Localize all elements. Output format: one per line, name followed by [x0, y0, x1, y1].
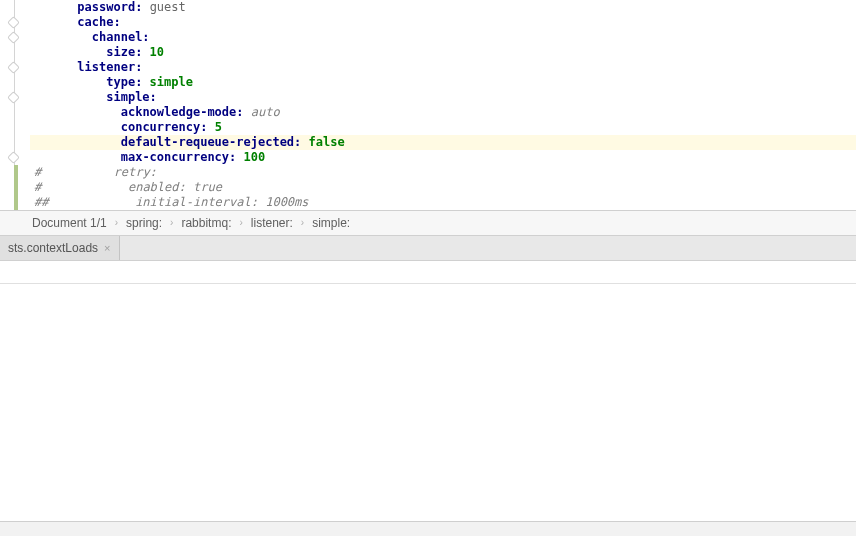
code-line[interactable]: # enabled: true [30, 180, 856, 195]
breadcrumb-item[interactable]: listener: [251, 211, 293, 235]
breadcrumb-item[interactable]: rabbitmq: [181, 211, 231, 235]
status-bar [0, 521, 856, 536]
code-line[interactable]: acknowledge-mode: auto [30, 105, 856, 120]
run-tab[interactable]: sts.contextLoads × [0, 236, 120, 260]
code-content[interactable]: password: guest cache: channel: size: 10… [30, 0, 856, 210]
code-line[interactable]: default-requeue-rejected: false [30, 135, 856, 150]
chevron-right-icon: › [237, 211, 244, 235]
code-line[interactable]: type: simple [30, 75, 856, 90]
breadcrumb-doc[interactable]: Document 1/1 [32, 211, 107, 235]
run-tab-label: sts.contextLoads [8, 241, 98, 255]
code-line[interactable]: concurrency: 5 [30, 120, 856, 135]
fold-marker-icon[interactable] [7, 151, 20, 164]
code-line[interactable]: # retry: [30, 165, 856, 180]
fold-marker-icon[interactable] [7, 91, 20, 104]
code-line[interactable]: listener: [30, 60, 856, 75]
code-line[interactable]: password: guest [30, 0, 856, 15]
breadcrumb-bar[interactable]: Document 1/1 › spring: › rabbitmq: › lis… [0, 210, 856, 236]
run-tool-panel[interactable] [0, 260, 856, 522]
code-line[interactable]: max-concurrency: 100 [30, 150, 856, 165]
code-editor[interactable]: password: guest cache: channel: size: 10… [0, 0, 856, 210]
chevron-right-icon: › [113, 211, 120, 235]
vcs-change-marker [14, 165, 18, 210]
fold-marker-icon[interactable] [7, 61, 20, 74]
chevron-right-icon: › [299, 211, 306, 235]
code-line[interactable]: size: 10 [30, 45, 856, 60]
close-icon[interactable]: × [104, 242, 110, 254]
breadcrumb-item[interactable]: spring: [126, 211, 162, 235]
code-line[interactable]: channel: [30, 30, 856, 45]
code-line[interactable]: cache: [30, 15, 856, 30]
panel-top-border [0, 283, 856, 284]
code-line[interactable]: simple: [30, 90, 856, 105]
chevron-right-icon: › [168, 211, 175, 235]
code-line[interactable]: ## initial-interval: 1000ms [30, 195, 856, 210]
fold-marker-icon[interactable] [7, 31, 20, 44]
fold-marker-icon[interactable] [7, 16, 20, 29]
run-tool-tabbar: sts.contextLoads × [0, 236, 856, 261]
editor-gutter [0, 0, 30, 210]
breadcrumb-item[interactable]: simple: [312, 211, 350, 235]
